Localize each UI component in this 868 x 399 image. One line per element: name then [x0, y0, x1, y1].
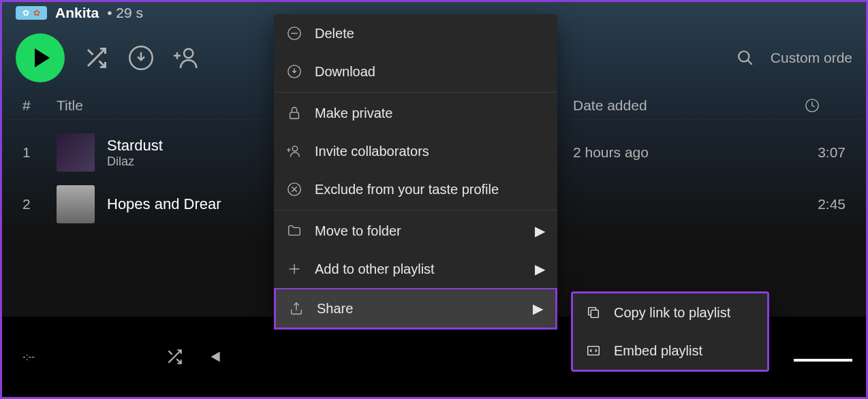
- menu-invite-collaborators[interactable]: Invite collaborators: [274, 132, 557, 170]
- menu-add-playlist[interactable]: Add to other playlist ▶: [274, 250, 557, 288]
- col-duration[interactable]: [805, 98, 846, 113]
- invite-user-icon[interactable]: [174, 44, 201, 71]
- copy-icon: [585, 304, 602, 321]
- player-shuffle-icon[interactable]: [166, 348, 183, 366]
- chevron-right-icon: ▶: [535, 261, 545, 277]
- x-circle-icon: [286, 181, 303, 197]
- download-circle-icon: [286, 63, 303, 80]
- submenu-copy-link[interactable]: Copy link to playlist: [573, 293, 767, 332]
- shuffle-icon[interactable]: [84, 46, 108, 70]
- svg-rect-9: [591, 310, 598, 317]
- svg-point-1: [184, 49, 193, 58]
- menu-share[interactable]: Share ▶: [274, 288, 557, 330]
- lock-icon: [286, 105, 303, 121]
- menu-make-private[interactable]: Make private: [274, 94, 557, 132]
- download-icon[interactable]: [127, 44, 155, 71]
- submenu-embed[interactable]: Embed playlist: [573, 332, 767, 370]
- col-date[interactable]: Date added: [573, 97, 805, 114]
- search-icon[interactable]: [737, 49, 754, 67]
- sort-button[interactable]: Custom orde: [771, 50, 852, 66]
- share-submenu: Copy link to playlist Embed playlist: [571, 291, 769, 372]
- track-duration: 2:45: [805, 196, 846, 212]
- minus-circle-icon: [286, 25, 303, 42]
- svg-rect-6: [290, 112, 299, 118]
- album-art: [57, 133, 95, 172]
- playlist-owner[interactable]: Ankita: [55, 5, 99, 21]
- play-button[interactable]: [16, 33, 65, 82]
- chevron-right-icon: ▶: [535, 223, 545, 239]
- profile-badge: ✿✿: [16, 6, 47, 20]
- album-art: [57, 185, 95, 223]
- menu-delete[interactable]: Delete: [274, 14, 557, 52]
- code-icon: [585, 342, 602, 359]
- svg-rect-10: [588, 347, 600, 355]
- player-prev-icon[interactable]: [205, 348, 223, 366]
- plus-icon: [286, 261, 303, 277]
- menu-exclude-taste[interactable]: Exclude from your taste profile: [274, 170, 557, 208]
- player-time: -:--: [22, 351, 35, 362]
- progress-bar[interactable]: [794, 359, 852, 362]
- chevron-right-icon: ▶: [533, 300, 543, 317]
- col-number: #: [22, 97, 57, 114]
- folder-icon: [286, 223, 303, 239]
- svg-point-7: [292, 146, 297, 151]
- user-plus-icon: [286, 143, 303, 159]
- track-duration: 3:07: [805, 144, 846, 161]
- track-date: 2 hours ago: [573, 144, 805, 161]
- share-icon: [288, 300, 305, 317]
- context-menu: Delete Download Make private Invite coll…: [274, 14, 557, 330]
- menu-download[interactable]: Download: [274, 52, 557, 91]
- svg-point-2: [739, 51, 749, 61]
- menu-move-folder[interactable]: Move to folder ▶: [274, 212, 557, 250]
- playlist-meta: • 29 s: [107, 5, 143, 21]
